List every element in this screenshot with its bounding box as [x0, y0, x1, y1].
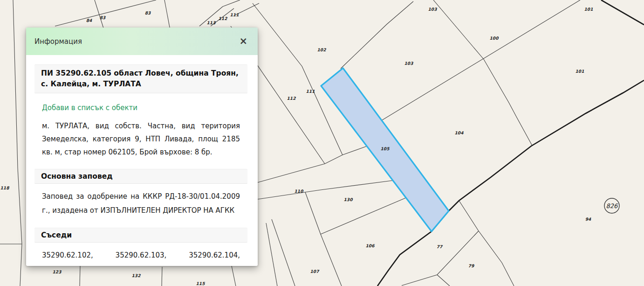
info-panel-header: Информация ×: [26, 28, 258, 55]
main-order-header: Основна заповед: [34, 169, 247, 184]
panel-title: Информация: [34, 37, 237, 46]
property-title: ПИ 35290.62.105 област Ловеч, община Тро…: [34, 64, 247, 93]
road-line: [377, 0, 644, 286]
close-icon[interactable]: ×: [237, 35, 249, 47]
road-number-badge: 826: [604, 198, 619, 213]
road-number-826: 826: [606, 202, 619, 209]
neighbors-text: 35290.62.102, 35290.62.103, 35290.62.104…: [42, 248, 240, 266]
info-panel: Информация × ПИ 35290.62.105 област Лове…: [26, 28, 258, 266]
add-to-object-list-link[interactable]: Добави в списък с обекти: [42, 104, 137, 112]
property-description: м. ТУРЛАТА, вид собств. Частна, вид тери…: [42, 119, 240, 159]
info-panel-body: ПИ 35290.62.105 област Ловеч, община Тро…: [26, 55, 258, 266]
neighbors-header: Съседи: [34, 228, 247, 243]
main-order-text: Заповед за одобрение на КККР РД-18-30/01…: [42, 189, 240, 217]
